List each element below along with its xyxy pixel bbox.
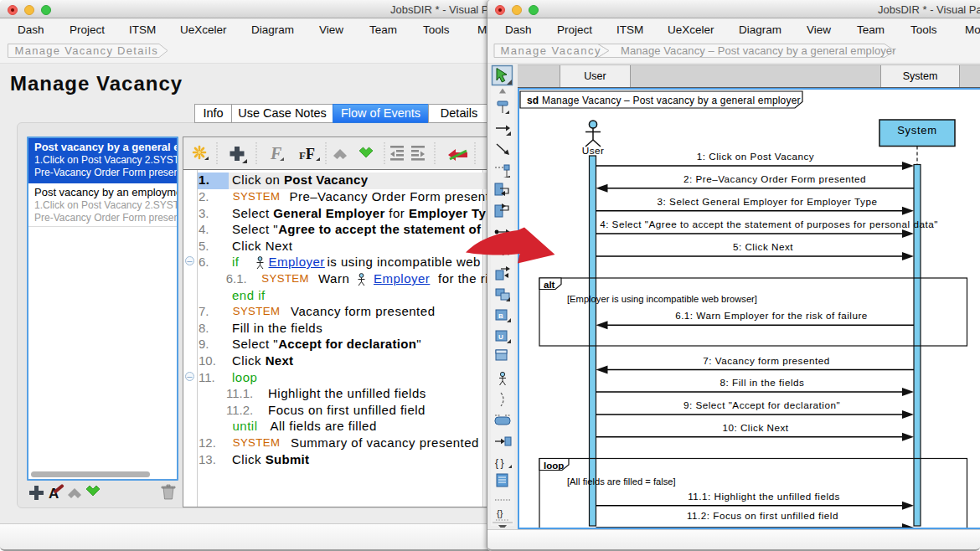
svg-text:[All fields are filled = false: [All fields are filled = false] [567, 476, 676, 487]
svg-text:Manage Vacancy: Manage Vacancy [501, 44, 602, 57]
svg-text:B: B [498, 312, 503, 320]
svg-text:F: F [270, 144, 282, 162]
svg-text:1: Click on Post Vacancy: 1: Click on Post Vacancy [697, 151, 814, 162]
svg-text:3: Select General Employer for: 3: Select General Employer for Employer … [658, 196, 878, 207]
svg-text:6.1: Warn Employer for the ris: 6.1: Warn Employer for the risk of failu… [675, 310, 868, 321]
svg-text:8: Fill in the fields: 8: Fill in the fields [720, 377, 805, 388]
svg-text:User: User [582, 145, 605, 157]
svg-text:loop: loop [544, 461, 564, 471]
svg-text:{ }: { } [495, 457, 503, 469]
svg-text:7: Vacancy form presented: 7: Vacancy form presented [703, 355, 829, 366]
svg-text:11.2: Focus on first unfilled: 11.2: Focus on first unfilled field [687, 510, 838, 521]
svg-text:Manage Vacancy – Post vacancy: Manage Vacancy – Post vacancy by a gener… [621, 44, 896, 57]
svg-text:System: System [897, 124, 937, 136]
svg-text:4: Select "Agree to accept the: 4: Select "Agree to accept the statement… [600, 219, 938, 229]
svg-text:{}: {} [497, 508, 503, 518]
svg-text:U: U [498, 333, 503, 341]
svg-text:5: Click Next: 5: Click Next [733, 241, 793, 252]
svg-text:9: Select "Accept for declarat: 9: Select "Accept for declaration" [683, 399, 840, 410]
svg-text:F: F [299, 149, 306, 162]
svg-text:sd Manage Vacancy – Post vacan: sd Manage Vacancy – Post vacancy by a ge… [527, 95, 801, 106]
svg-text:alt: alt [544, 280, 555, 290]
svg-text:2: Pre–Vacancy Order Form pres: 2: Pre–Vacancy Order Form presented [683, 173, 866, 184]
svg-text:10: Click Next: 10: Click Next [722, 422, 788, 433]
svg-text:11.1: Highlight the unfilled f: 11.1: Highlight the unfilled fields [688, 491, 840, 502]
svg-text:[Employer is using incompatibl: [Employer is using incompatible web brow… [567, 294, 757, 304]
svg-text:F: F [306, 146, 315, 162]
svg-text:Manage Vacancy Details: Manage Vacancy Details [15, 44, 158, 57]
